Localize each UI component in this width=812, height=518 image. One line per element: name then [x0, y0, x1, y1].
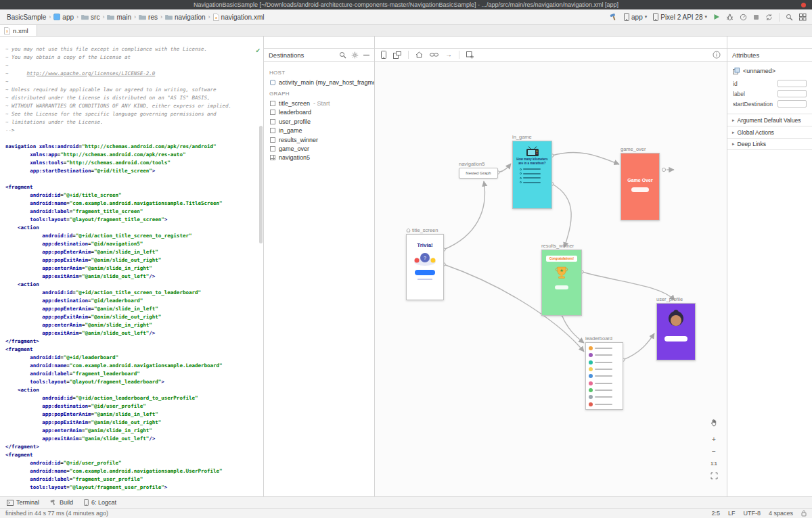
code-editor[interactable]: ~ you may not use this file except in co… [0, 37, 264, 496]
code-line[interactable]: ~ http://www.apache.org/licenses/LICENSE… [5, 70, 258, 78]
code-line[interactable]: ~ Unless required by applicable law or a… [5, 86, 258, 94]
new-destination-icon[interactable] [466, 51, 474, 59]
code-line[interactable]: ~ WITHOUT WARRANTIES OR CONDITIONS OF AN… [5, 102, 258, 110]
destination-item-title_screen[interactable]: title_screen - Start [264, 99, 374, 108]
destination-item-in_game[interactable]: in_game [264, 126, 374, 135]
editor-scrollbar[interactable] [259, 126, 263, 243]
start-destination-input[interactable] [777, 100, 807, 108]
code-line[interactable]: android:name="com.example.android.naviga… [5, 467, 258, 475]
node-navigation5[interactable]: navigation5 Nested Graph [459, 160, 498, 179]
code-line[interactable]: android:name="com.example.android.naviga… [5, 362, 258, 370]
breadcrumb-navigation[interactable]: navigation [164, 14, 207, 21]
code-line[interactable]: ~ distributed under the License is distr… [5, 94, 258, 102]
code-line[interactable] [5, 175, 258, 183]
gear-icon[interactable] [351, 51, 359, 59]
inspections-ok-icon[interactable]: ✔ [255, 47, 261, 54]
in-game-preview[interactable]: How many kilometers are in a marathon? [512, 141, 552, 209]
run-configuration-select[interactable]: app▾ [624, 13, 647, 21]
nested-graph-box[interactable]: Nested Graph [459, 168, 498, 179]
code-line[interactable]: android:label="fragment_user_profile" [5, 475, 258, 484]
device-select[interactable]: Pixel 2 API 28▾ [653, 13, 707, 21]
leaderboard-preview[interactable] [585, 342, 623, 410]
code-line[interactable]: ~ you may not use this file except in co… [5, 45, 258, 53]
code-line[interactable]: android:id="@+id/user_profile" [5, 459, 258, 467]
nav-graph-canvas[interactable]: navigation5 Nested Graph in_game How man… [375, 62, 727, 496]
code-line[interactable]: tools:layout="@layout/fragment_title_scr… [5, 216, 258, 224]
code-line[interactable]: <action [5, 281, 258, 289]
id-input[interactable] [777, 80, 807, 87]
toolwindow-build[interactable]: Build [50, 499, 73, 506]
file-encoding[interactable]: UTF-8 [743, 510, 761, 517]
code-line[interactable] [5, 135, 258, 143]
auto-arrange-icon[interactable] [430, 52, 438, 57]
code-line[interactable]: xmlns:app="http://schemas.android.com/ap… [5, 151, 258, 159]
code-line[interactable]: android:id="@+id/action_title_screen_to_… [5, 232, 258, 240]
code-line[interactable]: app:exitAnim="@anim/slide_out_left"/> [5, 329, 258, 337]
code-line[interactable]: android:id="@+id/title_screen" [5, 191, 258, 199]
breadcrumb-main[interactable]: main [106, 14, 133, 21]
code-line[interactable]: app:enterAnim="@anim/slide_in_right" [5, 321, 258, 329]
node-results-winner[interactable]: results_winner Congratulations! ★ [541, 242, 582, 316]
code-line[interactable]: </fragment> [5, 443, 258, 451]
breadcrumb-project[interactable]: BasicSample [5, 14, 47, 21]
results-winner-preview[interactable]: Congratulations! ★ [541, 250, 582, 316]
breadcrumb-app[interactable]: app [52, 14, 75, 21]
breadcrumb-navigation-xml[interactable]: xnavigation.xml [212, 14, 266, 21]
code-line[interactable]: app:popExitAnim="@anim/slide_out_right" [5, 313, 258, 321]
title-screen-preview[interactable]: Trivia! ? [406, 234, 444, 300]
code-line[interactable]: <fragment [5, 346, 258, 354]
code-line[interactable]: app:startDestination="@+id/title_screen"… [5, 167, 258, 175]
code-line[interactable]: ~ limitations under the License. [5, 118, 258, 126]
code-line[interactable]: <fragment [5, 451, 258, 459]
node-title-screen[interactable]: title_screen Trivia! ? [406, 227, 444, 300]
code-line[interactable]: android:name="com.example.android.naviga… [5, 199, 258, 208]
code-line[interactable]: --> [5, 126, 258, 135]
profiler-button[interactable] [740, 14, 747, 21]
toolwindow-logcat[interactable]: 6: Logcat [84, 499, 116, 506]
code-line[interactable]: app:exitAnim="@anim/slide_out_left"/> [5, 435, 258, 443]
hide-panel-icon[interactable] [363, 52, 369, 58]
layout-grid-icon[interactable] [799, 14, 807, 21]
code-line[interactable]: android:id="@+id/action_title_screen_to_… [5, 289, 258, 297]
code-line[interactable]: <fragment [5, 183, 258, 191]
info-icon[interactable] [713, 51, 721, 59]
section-argument-default-values[interactable]: ▸Argument Default Values [727, 114, 812, 126]
game-over-preview[interactable]: Game Over [621, 153, 660, 220]
lock-icon[interactable] [801, 510, 807, 517]
code-line[interactable]: xmlns:tools="http://schemas.android.com/… [5, 159, 258, 167]
debug-button[interactable] [726, 14, 734, 21]
node-leaderboard[interactable]: leaderboard [585, 335, 623, 410]
code-line[interactable]: tools:layout="@layout/fragment_leaderboa… [5, 378, 258, 386]
zoom-ratio-button[interactable]: 1:1 [708, 458, 720, 469]
code-line[interactable]: tools:layout="@layout/fragment_user_prof… [5, 484, 258, 492]
node-user-profile[interactable]: user_profile [656, 296, 696, 360]
device-in-editor-icon[interactable] [381, 51, 386, 59]
destination-item-navigation5[interactable]: navigation5 [264, 154, 374, 162]
run-button[interactable] [713, 14, 720, 20]
code-line[interactable]: app:destination="@id/navigation5" [5, 240, 258, 248]
node-in-game[interactable]: in_game How many kilometers are in a mar… [512, 133, 552, 209]
code-line[interactable]: app:destination="@id/leaderboard" [5, 297, 258, 305]
sync-project-button[interactable] [765, 14, 773, 21]
code-line[interactable]: ~ [5, 78, 258, 86]
code-line[interactable]: android:id="@+id/leaderboard" [5, 354, 258, 362]
code-lines[interactable]: ~ you may not use this file except in co… [0, 37, 258, 496]
home-destination-icon[interactable] [415, 51, 423, 58]
code-line[interactable]: app:enterAnim="@anim/slide_in_right" [5, 427, 258, 435]
code-line[interactable]: </fragment> [5, 337, 258, 346]
code-line[interactable]: ~ You may obtain a copy of the License a… [5, 53, 258, 62]
code-line[interactable]: app:popExitAnim="@anim/slide_out_right" [5, 419, 258, 427]
build-hammer-icon[interactable] [610, 13, 618, 21]
destination-item-game_over[interactable]: game_over [264, 144, 374, 153]
node-game-over[interactable]: game_over Game Over [621, 145, 660, 220]
code-line[interactable]: android:label="fragment_leaderboard" [5, 370, 258, 378]
code-line[interactable]: android:id="@+id/action_leaderboard_to_u… [5, 394, 258, 402]
code-line[interactable]: ~ [5, 62, 258, 70]
search-everywhere-icon[interactable] [786, 14, 793, 21]
code-line[interactable]: app:destination="@id/user_profile" [5, 402, 258, 410]
destination-item-activity_main-my_nav_host_fragme[interactable]: activity_main (my_nav_host_fragme [264, 78, 374, 87]
zoom-out-button[interactable]: − [708, 446, 720, 456]
breadcrumb-src[interactable]: src [80, 14, 101, 21]
destination-item-leaderboard[interactable]: leaderboard [264, 108, 374, 117]
cursor-position[interactable]: 2:5 [711, 510, 720, 517]
